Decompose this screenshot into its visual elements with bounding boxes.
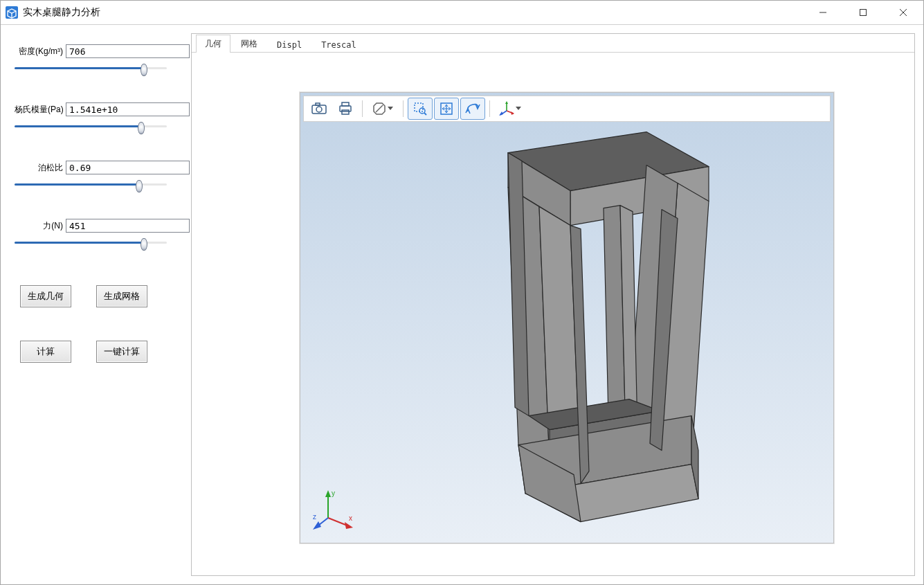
young-input[interactable]	[66, 102, 190, 116]
poisson-slider[interactable]	[15, 177, 167, 192]
force-label: 力(N)	[15, 220, 63, 232]
svg-rect-11	[342, 110, 349, 114]
camera-icon[interactable]	[307, 98, 332, 120]
model-geometry	[418, 125, 716, 526]
toolbar-separator	[489, 100, 490, 117]
window-controls	[803, 1, 923, 24]
fit-view-icon[interactable]	[434, 98, 459, 120]
axis-z-label: z	[313, 513, 316, 521]
rotate-icon[interactable]	[460, 98, 485, 120]
density-label: 密度(Kg/m³)	[15, 46, 63, 57]
axis-x-label: x	[349, 514, 352, 522]
body-area: 密度(Kg/m³) 杨氏模量(Pa)	[1, 25, 923, 584]
tab-strip: 几何 网格 Displ Trescal	[192, 34, 914, 53]
maximize-button[interactable]	[843, 1, 883, 24]
svg-marker-46	[345, 522, 353, 529]
young-slider[interactable]	[15, 119, 167, 134]
axis-gizmo: y x z	[313, 489, 354, 530]
svg-rect-14	[415, 103, 423, 111]
svg-marker-21	[511, 111, 514, 115]
window-title: 实木桌腿静力分析	[23, 6, 100, 19]
svg-marker-19	[505, 101, 508, 104]
toolbar-separator	[403, 100, 404, 117]
toolbar-separator	[362, 100, 363, 117]
titlebar-left: 实木桌腿静力分析	[1, 6, 100, 19]
force-input[interactable]	[66, 219, 190, 233]
svg-rect-10	[342, 102, 349, 106]
tab-geometry[interactable]: 几何	[196, 35, 230, 53]
tab-trescal[interactable]: Trescal	[312, 37, 365, 53]
param-density: 密度(Kg/m³)	[15, 44, 167, 76]
compute-button[interactable]: 计算	[20, 341, 71, 363]
generate-geometry-button[interactable]: 生成几何	[20, 285, 71, 307]
viewer-toolbar	[303, 96, 831, 122]
main-panel: 几何 网格 Displ Trescal	[191, 33, 915, 576]
svg-line-16	[424, 113, 426, 115]
chevron-down-icon	[516, 107, 521, 110]
svg-marker-48	[313, 521, 321, 530]
axis-y-label: y	[332, 489, 335, 497]
poisson-input[interactable]	[66, 161, 190, 174]
density-slider[interactable]	[15, 61, 167, 76]
generate-mesh-button[interactable]: 生成网格	[96, 285, 147, 307]
svg-line-13	[376, 105, 383, 112]
svg-marker-44	[325, 490, 331, 497]
svg-point-15	[419, 108, 425, 114]
param-young: 杨氏模量(Pa)	[15, 102, 167, 134]
app-window: 实木桌腿静力分析 密度(Kg/m³)	[0, 0, 924, 585]
force-slider[interactable]	[15, 235, 167, 251]
viewer-wrap: y x z	[192, 53, 914, 575]
viewport-3d[interactable]: y x z	[300, 92, 834, 543]
svg-rect-3	[860, 10, 867, 16]
sidebar: 密度(Kg/m³) 杨氏模量(Pa)	[1, 25, 191, 584]
close-button[interactable]	[883, 1, 923, 24]
poisson-label: 泊松比	[15, 162, 63, 174]
one-click-compute-button[interactable]: 一键计算	[96, 341, 147, 363]
tab-displ[interactable]: Displ	[268, 37, 311, 53]
button-row-2: 计算 一键计算	[20, 341, 191, 363]
param-force: 力(N)	[15, 219, 167, 251]
axes-icon[interactable]	[494, 98, 526, 120]
no-entry-icon[interactable]	[367, 98, 399, 120]
button-row-1: 生成几何 生成网格	[20, 285, 191, 307]
param-poisson: 泊松比	[15, 161, 167, 192]
svg-rect-8	[316, 103, 320, 105]
app-icon	[5, 6, 19, 19]
zoom-rect-icon[interactable]	[408, 98, 433, 120]
print-icon[interactable]	[333, 98, 358, 120]
chevron-down-icon	[388, 107, 393, 110]
tab-mesh[interactable]: 网格	[232, 35, 266, 53]
minimize-button[interactable]	[803, 1, 843, 24]
young-label: 杨氏模量(Pa)	[15, 104, 63, 116]
svg-point-7	[316, 107, 322, 112]
density-input[interactable]	[66, 44, 190, 58]
titlebar: 实木桌腿静力分析	[1, 1, 923, 25]
